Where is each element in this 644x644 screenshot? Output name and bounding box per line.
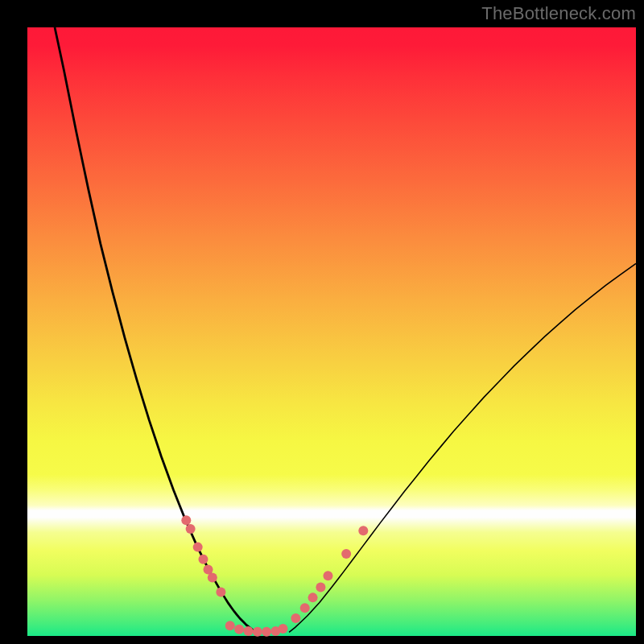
data-marker <box>253 627 262 637</box>
data-marker <box>291 613 300 623</box>
data-marker <box>279 624 288 634</box>
data-marker <box>225 621 235 630</box>
data-marker <box>243 626 253 636</box>
data-marker <box>198 555 208 564</box>
data-marker <box>308 592 318 602</box>
data-marker <box>323 571 332 580</box>
data-marker <box>358 526 368 535</box>
data-marker <box>216 588 225 597</box>
data-marker <box>234 625 244 634</box>
data-marker <box>186 524 196 534</box>
plot-area <box>27 27 636 636</box>
curve-left <box>55 27 258 634</box>
data-marker <box>341 549 351 559</box>
data-marker <box>262 627 271 637</box>
curve-right <box>289 263 636 632</box>
chart-frame: TheBottleneck.com <box>0 0 644 644</box>
data-marker <box>208 572 217 582</box>
data-marker <box>181 515 191 525</box>
data-marker <box>193 543 203 552</box>
watermark-text: TheBottleneck.com <box>481 3 636 24</box>
chart-svg <box>27 27 636 636</box>
data-marker <box>300 603 310 613</box>
data-marker <box>316 583 325 592</box>
